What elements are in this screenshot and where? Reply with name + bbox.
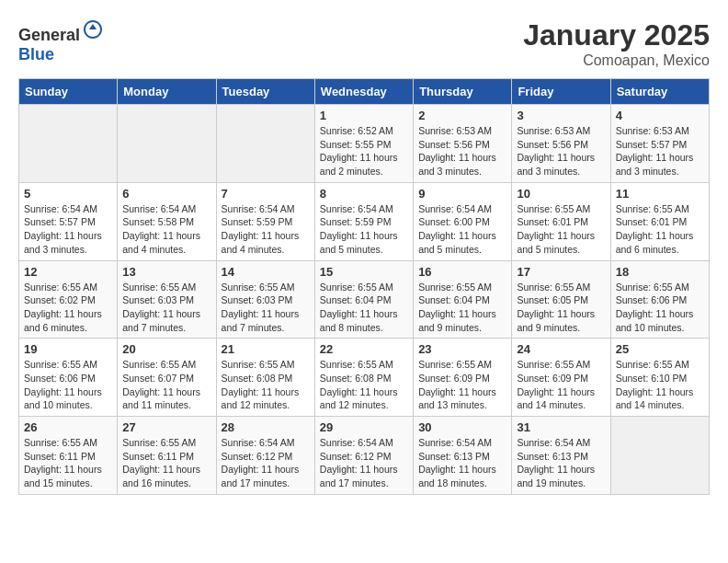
title-block: January 2025 Comoapan, Mexico	[523, 18, 710, 69]
day-info: Sunrise: 6:54 AM Sunset: 6:12 PM Dayligh…	[222, 436, 310, 490]
day-number: 13	[122, 265, 210, 279]
calendar-cell: 3Sunrise: 6:53 AM Sunset: 5:56 PM Daylig…	[512, 105, 610, 183]
calendar-header-row: SundayMondayTuesdayWednesdayThursdayFrid…	[19, 79, 710, 105]
day-info: Sunrise: 6:53 AM Sunset: 5:56 PM Dayligh…	[517, 124, 605, 178]
day-info: Sunrise: 6:55 AM Sunset: 6:06 PM Dayligh…	[24, 358, 112, 412]
day-number: 1	[320, 109, 408, 122]
day-info: Sunrise: 6:54 AM Sunset: 5:59 PM Dayligh…	[320, 202, 408, 257]
logo: General Blue	[18, 18, 104, 64]
calendar-cell: 15Sunrise: 6:55 AM Sunset: 6:04 PM Dayli…	[314, 260, 413, 339]
day-info: Sunrise: 6:55 AM Sunset: 6:11 PM Dayligh…	[24, 436, 112, 490]
calendar-cell: 7Sunrise: 6:54 AM Sunset: 5:59 PM Daylig…	[216, 182, 314, 260]
day-number: 18	[616, 265, 704, 279]
day-number: 8	[320, 187, 408, 201]
calendar-cell: 20Sunrise: 6:55 AM Sunset: 6:07 PM Dayli…	[118, 339, 216, 417]
calendar-cell: 28Sunrise: 6:54 AM Sunset: 6:12 PM Dayli…	[216, 417, 314, 495]
day-info: Sunrise: 6:55 AM Sunset: 6:09 PM Dayligh…	[517, 358, 605, 412]
calendar-cell: 29Sunrise: 6:54 AM Sunset: 6:12 PM Dayli…	[314, 417, 413, 495]
calendar-cell: 30Sunrise: 6:54 AM Sunset: 6:13 PM Dayli…	[414, 417, 512, 495]
day-info: Sunrise: 6:55 AM Sunset: 6:01 PM Dayligh…	[517, 202, 605, 257]
day-info: Sunrise: 6:55 AM Sunset: 6:04 PM Dayligh…	[418, 281, 506, 335]
calendar-cell: 27Sunrise: 6:55 AM Sunset: 6:11 PM Dayli…	[118, 417, 216, 495]
day-number: 3	[517, 109, 605, 122]
calendar-cell: 10Sunrise: 6:55 AM Sunset: 6:01 PM Dayli…	[512, 182, 610, 260]
day-info: Sunrise: 6:55 AM Sunset: 6:01 PM Dayligh…	[616, 202, 704, 257]
calendar-cell: 9Sunrise: 6:54 AM Sunset: 6:00 PM Daylig…	[414, 182, 512, 260]
location-title: Comoapan, Mexico	[523, 52, 710, 69]
day-number: 19	[24, 342, 112, 356]
day-info: Sunrise: 6:55 AM Sunset: 6:08 PM Dayligh…	[222, 358, 310, 412]
day-info: Sunrise: 6:55 AM Sunset: 6:04 PM Dayligh…	[320, 281, 408, 335]
page-header: General Blue January 2025 Comoapan, Mexi…	[18, 18, 710, 69]
day-number: 16	[418, 265, 506, 279]
day-info: Sunrise: 6:55 AM Sunset: 6:03 PM Dayligh…	[122, 281, 210, 335]
day-number: 30	[418, 420, 506, 434]
calendar-cell	[118, 105, 216, 183]
calendar-cell: 11Sunrise: 6:55 AM Sunset: 6:01 PM Dayli…	[610, 182, 709, 260]
calendar-cell: 26Sunrise: 6:55 AM Sunset: 6:11 PM Dayli…	[19, 417, 118, 495]
day-number: 10	[517, 187, 605, 201]
day-info: Sunrise: 6:53 AM Sunset: 5:57 PM Dayligh…	[616, 124, 704, 178]
day-number: 5	[24, 187, 112, 201]
day-number: 28	[222, 420, 310, 434]
day-info: Sunrise: 6:55 AM Sunset: 6:06 PM Dayligh…	[616, 281, 704, 335]
weekday-header: Saturday	[610, 79, 709, 105]
day-info: Sunrise: 6:55 AM Sunset: 6:08 PM Dayligh…	[320, 358, 408, 412]
logo-general: General	[18, 26, 80, 44]
calendar-cell: 22Sunrise: 6:55 AM Sunset: 6:08 PM Dayli…	[314, 339, 413, 417]
day-number: 9	[418, 187, 506, 201]
day-info: Sunrise: 6:55 AM Sunset: 6:07 PM Dayligh…	[122, 358, 210, 412]
day-info: Sunrise: 6:55 AM Sunset: 6:10 PM Dayligh…	[616, 358, 704, 412]
day-info: Sunrise: 6:52 AM Sunset: 5:55 PM Dayligh…	[320, 124, 408, 178]
calendar-cell: 25Sunrise: 6:55 AM Sunset: 6:10 PM Dayli…	[610, 339, 709, 417]
calendar-cell: 19Sunrise: 6:55 AM Sunset: 6:06 PM Dayli…	[19, 339, 118, 417]
day-info: Sunrise: 6:55 AM Sunset: 6:09 PM Dayligh…	[418, 358, 506, 412]
day-info: Sunrise: 6:54 AM Sunset: 6:12 PM Dayligh…	[320, 436, 408, 490]
calendar-week-row: 12Sunrise: 6:55 AM Sunset: 6:02 PM Dayli…	[19, 260, 710, 339]
calendar-cell: 31Sunrise: 6:54 AM Sunset: 6:13 PM Dayli…	[512, 417, 610, 495]
day-number: 21	[222, 342, 310, 356]
calendar-week-row: 19Sunrise: 6:55 AM Sunset: 6:06 PM Dayli…	[19, 339, 710, 417]
day-number: 11	[616, 187, 704, 201]
day-info: Sunrise: 6:53 AM Sunset: 5:56 PM Dayligh…	[418, 124, 506, 178]
day-info: Sunrise: 6:54 AM Sunset: 5:57 PM Dayligh…	[24, 202, 112, 257]
calendar-week-row: 1Sunrise: 6:52 AM Sunset: 5:55 PM Daylig…	[19, 105, 710, 183]
calendar-cell: 1Sunrise: 6:52 AM Sunset: 5:55 PM Daylig…	[314, 105, 413, 183]
calendar-cell: 6Sunrise: 6:54 AM Sunset: 5:58 PM Daylig…	[118, 182, 216, 260]
day-info: Sunrise: 6:55 AM Sunset: 6:02 PM Dayligh…	[24, 281, 112, 335]
day-number: 4	[616, 109, 704, 122]
day-info: Sunrise: 6:55 AM Sunset: 6:11 PM Dayligh…	[122, 436, 210, 490]
day-number: 22	[320, 342, 408, 356]
day-number: 7	[222, 187, 310, 201]
calendar-cell: 8Sunrise: 6:54 AM Sunset: 5:59 PM Daylig…	[314, 182, 413, 260]
calendar-cell: 23Sunrise: 6:55 AM Sunset: 6:09 PM Dayli…	[414, 339, 512, 417]
calendar-cell: 2Sunrise: 6:53 AM Sunset: 5:56 PM Daylig…	[414, 105, 512, 183]
day-number: 25	[616, 342, 704, 356]
day-info: Sunrise: 6:54 AM Sunset: 5:58 PM Dayligh…	[122, 202, 210, 257]
calendar-cell: 16Sunrise: 6:55 AM Sunset: 6:04 PM Dayli…	[414, 260, 512, 339]
calendar-cell: 24Sunrise: 6:55 AM Sunset: 6:09 PM Dayli…	[512, 339, 610, 417]
logo-icon	[82, 18, 104, 40]
weekday-header: Friday	[512, 79, 610, 105]
weekday-header: Thursday	[414, 79, 512, 105]
calendar-cell: 21Sunrise: 6:55 AM Sunset: 6:08 PM Dayli…	[216, 339, 314, 417]
day-number: 23	[418, 342, 506, 356]
day-number: 31	[517, 420, 605, 434]
calendar-cell: 12Sunrise: 6:55 AM Sunset: 6:02 PM Dayli…	[19, 260, 118, 339]
day-number: 14	[222, 265, 310, 279]
weekday-header: Sunday	[19, 79, 118, 105]
day-info: Sunrise: 6:54 AM Sunset: 6:00 PM Dayligh…	[418, 202, 506, 257]
calendar-cell	[610, 417, 709, 495]
day-number: 27	[122, 420, 210, 434]
day-number: 17	[517, 265, 605, 279]
calendar-week-row: 5Sunrise: 6:54 AM Sunset: 5:57 PM Daylig…	[19, 182, 710, 260]
day-number: 29	[320, 420, 408, 434]
day-info: Sunrise: 6:54 AM Sunset: 6:13 PM Dayligh…	[418, 436, 506, 490]
day-info: Sunrise: 6:54 AM Sunset: 5:59 PM Dayligh…	[222, 202, 310, 257]
calendar-cell: 17Sunrise: 6:55 AM Sunset: 6:05 PM Dayli…	[512, 260, 610, 339]
day-info: Sunrise: 6:54 AM Sunset: 6:13 PM Dayligh…	[517, 436, 605, 490]
day-number: 20	[122, 342, 210, 356]
calendar-cell	[19, 105, 118, 183]
calendar-cell: 13Sunrise: 6:55 AM Sunset: 6:03 PM Dayli…	[118, 260, 216, 339]
logo-blue: Blue	[18, 45, 54, 63]
